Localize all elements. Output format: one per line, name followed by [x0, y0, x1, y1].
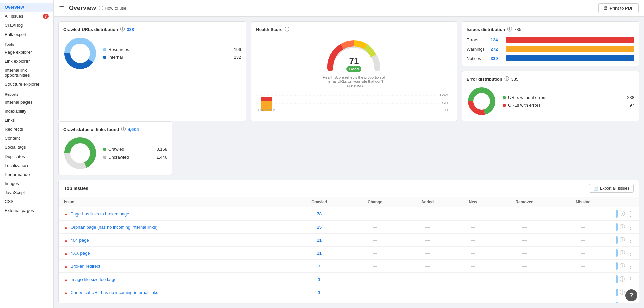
issue-change: —	[347, 273, 402, 286]
issue-progress-bar	[616, 249, 618, 257]
sidebar-item-crawl-log[interactable]: Crawl log	[0, 21, 53, 30]
issue-added: —	[402, 247, 452, 260]
sidebar-item-structure-explorer[interactable]: Structure explorer	[0, 80, 53, 89]
sidebar-item-social-tags[interactable]: Social tags	[0, 143, 53, 152]
issue-more-icon[interactable]: ⋮	[627, 237, 634, 243]
issue-help-icon[interactable]: ⓘ	[620, 289, 625, 296]
issue-crawled[interactable]: 78	[291, 299, 347, 304]
issue-help-icon[interactable]: ⓘ	[620, 302, 625, 304]
sidebar-item-content[interactable]: Content	[0, 134, 53, 143]
sidebar-item-links[interactable]: Links	[0, 116, 53, 125]
issue-label[interactable]: ▲ Page has links to redirect	[59, 299, 291, 304]
error-dist-info-icon[interactable]: ⓘ	[504, 76, 509, 82]
error-distribution-title: Error distribution ⓘ 335	[467, 76, 634, 82]
issue-help-icon[interactable]: ⓘ	[620, 224, 625, 231]
issue-crawled[interactable]: 7	[291, 260, 347, 273]
issue-added: —	[402, 234, 452, 247]
issue-crawled[interactable]: 1	[291, 286, 347, 299]
crawled-urls-info-icon[interactable]: ⓘ	[120, 26, 125, 33]
crawled-urls-donut-container: Resources 196 Internal 132	[63, 37, 241, 70]
issues-distribution-title: Issues distribution ⓘ 735	[467, 26, 634, 33]
print-to-pdf-button[interactable]: 🖶 Print to PDF	[598, 3, 639, 13]
issue-help-icon[interactable]: ⓘ	[620, 250, 625, 257]
issue-row-actions: ⓘ ⋮	[611, 234, 639, 247]
sidebar-item-label: Links	[5, 118, 15, 123]
warnings-bar-row: Warnings 272	[467, 46, 634, 52]
sidebar-item-bulk-export[interactable]: Bulk export	[0, 30, 53, 39]
issue-more-icon[interactable]: ⋮	[627, 210, 634, 217]
sidebar-item-overview[interactable]: Overview	[0, 3, 53, 12]
health-mini-chart: 100 50 0 24 Sep	[256, 92, 451, 112]
crawl-status-info-icon[interactable]: ⓘ	[121, 126, 126, 132]
issue-more-icon[interactable]: ⋮	[627, 250, 634, 256]
issue-label[interactable]: ▲ Page has links to broken page	[59, 207, 291, 221]
issue-removed: —	[493, 234, 555, 247]
print-icon: 🖶	[603, 6, 608, 11]
issue-more-icon[interactable]: ⋮	[627, 263, 634, 269]
sidebar-item-label: Redirects	[5, 127, 23, 132]
issue-label[interactable]: ▲ Canonical URL has no incoming internal…	[59, 286, 291, 299]
issue-more-icon[interactable]: ⋮	[627, 276, 634, 283]
sidebar-item-localization[interactable]: Localization	[0, 161, 53, 170]
resources-legend-item: Resources 196	[103, 47, 241, 52]
resources-dot	[103, 48, 106, 51]
sidebar-item-redirects[interactable]: Redirects	[0, 125, 53, 134]
sidebar-item-internal-pages[interactable]: Internal pages	[0, 98, 53, 107]
issue-crawled[interactable]: 11	[291, 247, 347, 260]
issue-crawled[interactable]: 15	[291, 221, 347, 234]
issue-crawled[interactable]: 11	[291, 234, 347, 247]
issue-progress-bar	[616, 223, 618, 231]
sidebar-item-internal-link-opp[interactable]: Internal link opportunities	[0, 66, 53, 80]
issue-help-icon[interactable]: ⓘ	[620, 263, 625, 270]
error-icon: ▲	[64, 251, 68, 256]
issue-help-icon[interactable]: ⓘ	[620, 276, 625, 283]
sidebar-item-label: External pages	[5, 208, 34, 213]
issue-help-icon[interactable]: ⓘ	[620, 210, 625, 218]
help-bubble[interactable]: ?	[625, 289, 637, 301]
sidebar-item-duplicates[interactable]: Duplicates	[0, 152, 53, 161]
sidebar-item-images[interactable]: Images	[0, 179, 53, 188]
issue-label[interactable]: ▲ 4XX page	[59, 247, 291, 260]
issue-missing: —	[555, 260, 611, 273]
sidebar-item-page-explorer[interactable]: Page explorer	[0, 48, 53, 57]
issue-crawled[interactable]: 1	[291, 273, 347, 286]
sidebar-item-link-explorer[interactable]: Link explorer	[0, 57, 53, 66]
table-row: ▲ Page has links to broken page 78 — — —…	[59, 207, 639, 221]
issue-new: —	[452, 273, 493, 286]
sidebar-item-label: Link explorer	[5, 59, 30, 64]
issues-dist-info-icon[interactable]: ⓘ	[507, 26, 512, 33]
hamburger-icon[interactable]: ☰	[59, 5, 64, 12]
export-icon: 📄	[593, 186, 598, 191]
sidebar-item-css[interactable]: CSS	[0, 197, 53, 206]
issue-more-icon[interactable]: ⋮	[627, 224, 634, 230]
issue-change: —	[347, 247, 402, 260]
issue-crawled[interactable]: 78	[291, 207, 347, 221]
top-issues-table: Issue Crawled Change Added New Removed M…	[59, 197, 639, 303]
sidebar-section-reports: Reports	[0, 89, 53, 98]
issue-more-icon[interactable]: ⋮	[627, 302, 634, 303]
health-gauge-chart: 71 Good	[324, 37, 384, 73]
issue-label[interactable]: ▲ Orphan page (has no incoming internal …	[59, 221, 291, 234]
sidebar-item-performance[interactable]: Performance	[0, 170, 53, 179]
warnings-bar	[506, 46, 634, 52]
col-issue: Issue	[59, 197, 291, 207]
table-row: ▲ 404 page 11 — — — — — ⓘ ⋮	[59, 234, 639, 247]
how-to-use-link[interactable]: ⓘ How to use	[99, 5, 126, 11]
sidebar-item-label: Indexability	[5, 109, 26, 114]
issue-label[interactable]: ▲ 404 page	[59, 234, 291, 247]
sidebar-item-indexability[interactable]: Indexability	[0, 107, 53, 116]
sidebar-item-label: Internal link opportunities	[5, 68, 49, 78]
second-row: Crawl status of links found ⓘ 4,604	[58, 121, 639, 175]
sidebar-item-external-pages[interactable]: External pages	[0, 206, 53, 215]
sidebar: Overview All Issues 7 Crawl log Bulk exp…	[0, 0, 54, 308]
sidebar-item-all-issues[interactable]: All Issues 7	[0, 12, 53, 21]
sidebar-item-javascript[interactable]: JavaScript	[0, 188, 53, 197]
export-all-issues-button[interactable]: 📄 Export all issues	[589, 184, 634, 193]
issue-help-icon[interactable]: ⓘ	[620, 237, 625, 244]
top-issues-card: Top Issues 📄 Export all issues Issue Cra…	[58, 180, 639, 303]
issue-label[interactable]: ▲ Image file size too large	[59, 273, 291, 286]
health-info-icon[interactable]: ⓘ	[285, 26, 289, 33]
issue-missing: —	[555, 221, 611, 234]
issue-label[interactable]: ▲ Broken redirect	[59, 260, 291, 273]
crawl-status-legend: Crawled 3,158 Uncrawled 1,446	[103, 147, 167, 160]
